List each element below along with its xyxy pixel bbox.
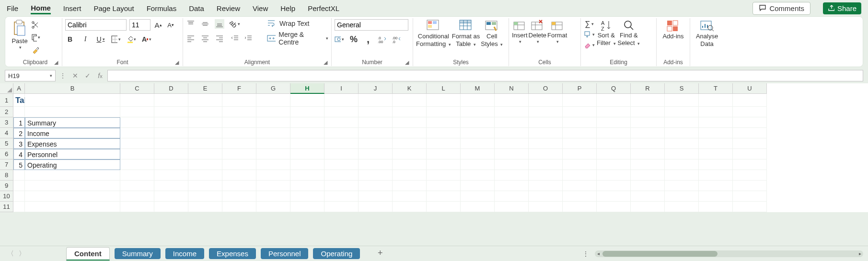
- cell-U5[interactable]: [733, 138, 767, 149]
- row-header-6[interactable]: 6: [0, 149, 13, 159]
- menu-home[interactable]: Home: [31, 2, 51, 14]
- cell-K3[interactable]: [393, 117, 427, 128]
- cell-L9[interactable]: [427, 181, 461, 191]
- row-header-5[interactable]: 5: [0, 138, 13, 149]
- share-button[interactable]: Share: [823, 2, 861, 14]
- cell-M3[interactable]: [461, 117, 495, 128]
- new-sheet-button[interactable]: +: [374, 248, 386, 260]
- horizontal-scrollbar[interactable]: ◂ ▸: [595, 250, 863, 257]
- increase-indent-button[interactable]: [243, 34, 253, 43]
- clipboard-dialog-launcher[interactable]: ◢: [54, 59, 58, 66]
- cell-E2[interactable]: [188, 107, 222, 117]
- cell-S3[interactable]: [665, 117, 699, 128]
- cell-N9[interactable]: [495, 181, 529, 191]
- paste-button[interactable]: Paste ▾: [12, 19, 28, 50]
- cell-L4[interactable]: [427, 128, 461, 138]
- cell-O4[interactable]: [529, 128, 563, 138]
- cell-G3[interactable]: [256, 117, 290, 128]
- col-header-K[interactable]: K: [393, 83, 427, 94]
- align-right-button[interactable]: [215, 34, 224, 43]
- cell-N1[interactable]: [495, 94, 529, 107]
- menu-insert[interactable]: Insert: [63, 2, 81, 14]
- cell-F8[interactable]: [222, 170, 256, 181]
- col-header-P[interactable]: P: [563, 83, 597, 94]
- cell-U8[interactable]: [733, 170, 767, 181]
- cell-I3[interactable]: [324, 117, 359, 128]
- cell-H6[interactable]: [290, 149, 324, 159]
- font-size-select[interactable]: [129, 19, 150, 31]
- row-header-7[interactable]: 7: [0, 159, 13, 170]
- cell-I5[interactable]: [324, 138, 359, 149]
- fill-color-button[interactable]: ▾: [127, 34, 136, 44]
- cell-R11[interactable]: [631, 202, 665, 212]
- scrollbar-thumb[interactable]: [602, 251, 718, 257]
- cell-J2[interactable]: [359, 107, 393, 117]
- cell-N8[interactable]: [495, 170, 529, 181]
- cell-M10[interactable]: [461, 191, 495, 202]
- cell-D9[interactable]: [154, 181, 188, 191]
- cell-M2[interactable]: [461, 107, 495, 117]
- cell-F3[interactable]: [222, 117, 256, 128]
- cell-T1[interactable]: [699, 94, 733, 107]
- cell-N10[interactable]: [495, 191, 529, 202]
- cell-P4[interactable]: [563, 128, 597, 138]
- sheet-tab-income[interactable]: Income: [165, 248, 204, 259]
- cell-K9[interactable]: [393, 181, 427, 191]
- cell-O9[interactable]: [529, 181, 563, 191]
- cell-G2[interactable]: [256, 107, 290, 117]
- cell-C6[interactable]: [120, 149, 154, 159]
- cell-E6[interactable]: [188, 149, 222, 159]
- cell-F11[interactable]: [222, 202, 256, 212]
- font-color-button[interactable]: A▾: [142, 34, 151, 44]
- cell-K4[interactable]: [393, 128, 427, 138]
- cell-O1[interactable]: [529, 94, 563, 107]
- cell-E1[interactable]: [188, 94, 222, 107]
- bold-button[interactable]: B: [65, 34, 75, 44]
- cell-M8[interactable]: [461, 170, 495, 181]
- cell-G11[interactable]: [256, 202, 290, 212]
- cell-H10[interactable]: [290, 191, 324, 202]
- cell-F7[interactable]: [222, 159, 256, 170]
- cell-E7[interactable]: [188, 159, 222, 170]
- cell-C3[interactable]: [120, 117, 154, 128]
- cell-U6[interactable]: [733, 149, 767, 159]
- cell-C5[interactable]: [120, 138, 154, 149]
- col-header-E[interactable]: E: [188, 83, 222, 94]
- cell-K5[interactable]: [393, 138, 427, 149]
- cell-F4[interactable]: [222, 128, 256, 138]
- cell-A9[interactable]: [13, 181, 25, 191]
- cell-B8[interactable]: [25, 170, 120, 181]
- cell-Q6[interactable]: [597, 149, 631, 159]
- cell-P6[interactable]: [563, 149, 597, 159]
- col-header-N[interactable]: N: [495, 83, 529, 94]
- cell-D11[interactable]: [154, 202, 188, 212]
- menu-page-layout[interactable]: Page Layout: [93, 2, 134, 14]
- decrease-indent-button[interactable]: [230, 34, 240, 43]
- cell-P11[interactable]: [563, 202, 597, 212]
- row-header-11[interactable]: 11: [0, 202, 13, 212]
- cell-P5[interactable]: [563, 138, 597, 149]
- sheet-tab-expenses[interactable]: Expenses: [209, 248, 256, 259]
- cell-N5[interactable]: [495, 138, 529, 149]
- menu-data[interactable]: Data: [189, 2, 204, 14]
- cell-H4[interactable]: [290, 128, 324, 138]
- comma-format-button[interactable]: ,: [363, 34, 373, 44]
- cell-H2[interactable]: [290, 107, 324, 117]
- cell-U10[interactable]: [733, 191, 767, 202]
- orientation-button[interactable]: ab▾: [230, 19, 240, 29]
- cell-L11[interactable]: [427, 202, 461, 212]
- autosum-button[interactable]: ∑▾: [584, 19, 595, 29]
- cell-D6[interactable]: [154, 149, 188, 159]
- cell-A2[interactable]: [13, 107, 25, 117]
- cell-Q8[interactable]: [597, 170, 631, 181]
- col-header-L[interactable]: L: [427, 83, 461, 94]
- cell-P7[interactable]: [563, 159, 597, 170]
- cut-button[interactable]: [31, 20, 40, 30]
- cell-Q10[interactable]: [597, 191, 631, 202]
- cell-F10[interactable]: [222, 191, 256, 202]
- cell-O2[interactable]: [529, 107, 563, 117]
- cell-A3[interactable]: 1: [13, 117, 25, 128]
- cell-D2[interactable]: [154, 107, 188, 117]
- cell-Q2[interactable]: [597, 107, 631, 117]
- cell-C9[interactable]: [120, 181, 154, 191]
